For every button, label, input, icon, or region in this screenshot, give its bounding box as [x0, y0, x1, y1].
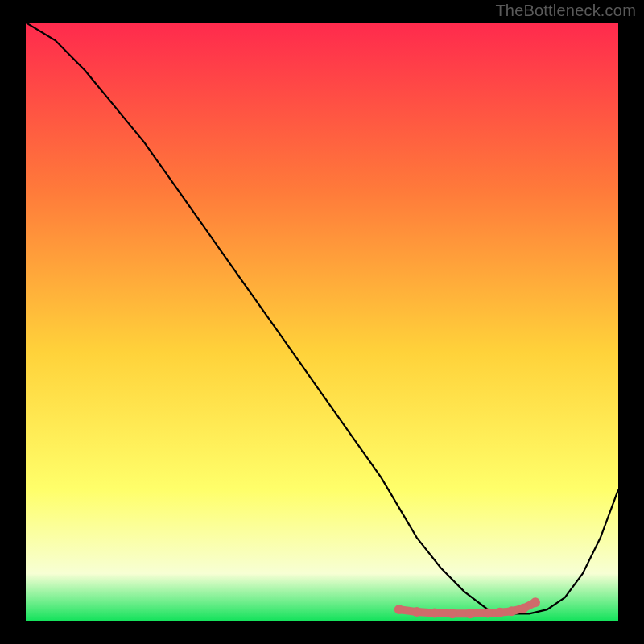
chart-plot-area [26, 23, 618, 621]
highlight-dot [483, 609, 493, 618]
highlight-dot [448, 609, 457, 618]
highlight-dot [507, 606, 517, 616]
highlight-dot [465, 609, 475, 618]
gradient-background [26, 23, 618, 621]
highlight-dot [530, 597, 540, 607]
highlight-dot [394, 605, 404, 614]
chart-frame: TheBottleneck.com [0, 0, 644, 644]
chart-svg [26, 23, 618, 621]
highlight-dot [412, 607, 422, 617]
highlight-dot [518, 604, 528, 613]
highlight-dot [430, 609, 440, 618]
watermark-text: TheBottleneck.com [495, 2, 636, 20]
highlight-dot [495, 608, 505, 617]
